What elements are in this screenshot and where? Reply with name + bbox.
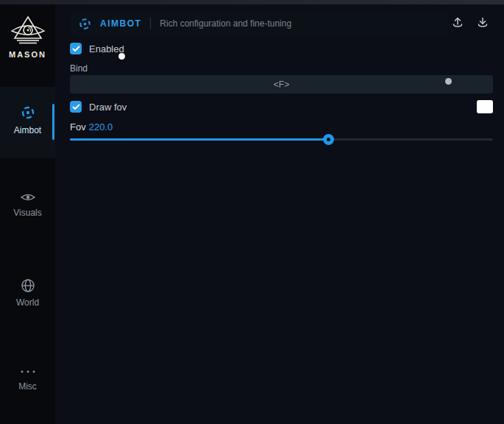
bind-label: Bind [70,63,88,74]
fov-row: Fov220.0 [70,121,113,132]
fov-value: 220.0 [89,121,113,132]
fov-color-swatch[interactable] [477,100,493,113]
page-subtitle: Rich configuration and fine-tuning [160,18,291,29]
logo: MASON [0,15,55,59]
fov-slider[interactable] [70,134,493,146]
draw-fov-row: Draw fov [70,101,127,113]
sidebar-item-visuals[interactable]: Visuals [0,191,55,218]
sidebar-item-aimbot[interactable]: Aimbot [0,87,55,158]
enabled-label: Enabled [89,43,124,54]
eye-icon [0,191,55,203]
enabled-checkbox[interactable] [70,43,82,54]
draw-fov-label: Draw fov [89,102,127,113]
crosshair-icon [79,18,91,30]
upload-icon [451,16,464,32]
bind-input[interactable]: <F> [70,75,493,93]
fov-label: Fov [70,121,86,132]
sidebar-item-world[interactable]: World [0,278,55,308]
cursor-dot [118,53,125,60]
sidebar-item-label: World [0,297,55,308]
download-config-button[interactable] [474,15,491,33]
sidebar-item-label: Misc [0,381,55,392]
download-icon [476,16,489,32]
mason-eye-pyramid-icon [0,15,55,47]
slider-fill [70,138,328,141]
sidebar: MASON Aimbot Visuals [0,4,55,424]
sidebar-item-label: Aimbot [0,125,55,135]
slider-thumb[interactable] [323,134,334,145]
draw-fov-checkbox[interactable] [70,101,82,113]
page-header: AIMBOT Rich configuration and fine-tunin… [70,12,447,35]
enabled-row: Enabled [70,43,124,54]
check-icon [72,104,80,110]
drag-dot [445,78,452,85]
active-indicator [52,104,54,140]
bind-value: <F> [274,80,289,90]
sidebar-item-misc[interactable]: Misc [0,367,55,392]
divider [150,18,151,29]
check-icon [72,46,80,52]
sidebar-item-label: Visuals [0,208,55,218]
brand-name: MASON [0,50,55,59]
window-top-strip [0,0,504,4]
page-title: AIMBOT [100,18,141,29]
globe-icon [0,278,55,293]
ellipsis-icon [0,367,55,377]
upload-config-button[interactable] [449,15,466,33]
crosshair-icon [0,105,55,121]
